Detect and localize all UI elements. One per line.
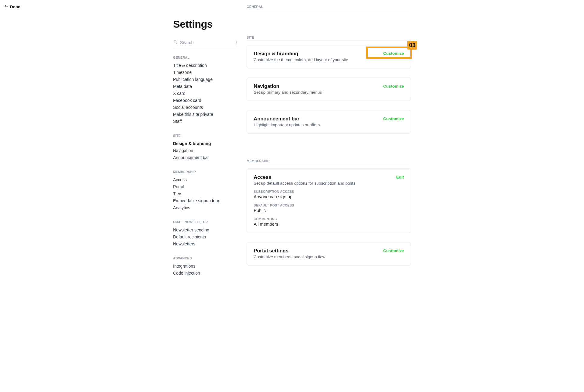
done-button[interactable]: Done bbox=[4, 4, 20, 9]
card-announcement-bar: Announcement bar Highlight important upd… bbox=[247, 110, 411, 134]
done-label: Done bbox=[10, 5, 20, 9]
field-value: Public bbox=[254, 208, 404, 213]
svg-line-2 bbox=[176, 43, 177, 44]
arrow-left-icon bbox=[4, 4, 8, 9]
card-navigation: Navigation Set up primary and secondary … bbox=[247, 78, 411, 101]
nav-analytics[interactable]: Analytics bbox=[173, 204, 237, 211]
nav-publication-language[interactable]: Publication language bbox=[173, 76, 237, 83]
nav-access[interactable]: Access bbox=[173, 176, 237, 183]
search-shortcut-hint: / bbox=[236, 40, 237, 45]
nav-heading: GENERAL bbox=[173, 56, 237, 59]
settings-main: GENERAL SITE Design & branding Customize… bbox=[247, 18, 411, 286]
search-input[interactable] bbox=[180, 40, 233, 45]
card-title: Design & branding bbox=[254, 51, 348, 57]
access-field: SUBSCRIPTION ACCESSAnyone can sign up bbox=[254, 190, 404, 199]
nav-heading: ADVANCED bbox=[173, 256, 237, 260]
card-design-branding: Design & branding Customize the theme, c… bbox=[247, 45, 411, 68]
annotation-number: 03 bbox=[407, 41, 417, 50]
customize-announcement-button[interactable]: Customize bbox=[383, 116, 404, 121]
card-desc: Customize members modal signup flow bbox=[254, 255, 325, 259]
nav-announcement-bar[interactable]: Announcement bar bbox=[173, 154, 237, 161]
nav-design-branding[interactable]: Design & branding bbox=[173, 140, 237, 147]
field-label: SUBSCRIPTION ACCESS bbox=[254, 190, 404, 193]
nav-meta-data[interactable]: Meta data bbox=[173, 83, 237, 90]
field-label: COMMENTING bbox=[254, 217, 404, 221]
nav-heading: EMAIL NEWSLETTER bbox=[173, 220, 237, 224]
card-title: Portal settings bbox=[254, 248, 325, 254]
nav-navigation[interactable]: Navigation bbox=[173, 147, 237, 154]
section-label-general: GENERAL bbox=[247, 5, 411, 10]
nav-newsletter-sending[interactable]: Newsletter sending bbox=[173, 226, 237, 233]
card-desc: Set up primary and secondary menus bbox=[254, 90, 322, 95]
nav-timezone[interactable]: Timezone bbox=[173, 69, 237, 76]
section-label-membership: MEMBERSHIP bbox=[247, 159, 411, 164]
nav-x-card[interactable]: X card bbox=[173, 90, 237, 97]
card-desc: Customize the theme, colors, and layout … bbox=[254, 57, 348, 62]
card-portal-settings: Portal settings Customize members modal … bbox=[247, 242, 411, 265]
section-label-site: SITE bbox=[247, 36, 411, 41]
nav-make-private[interactable]: Make this site private bbox=[173, 111, 237, 118]
page-title: Settings bbox=[173, 18, 237, 30]
card-desc: Set up default access options for subscr… bbox=[254, 181, 355, 186]
nav-portal[interactable]: Portal bbox=[173, 183, 237, 190]
nav-code-injection[interactable]: Code injection bbox=[173, 269, 237, 276]
customize-navigation-button[interactable]: Customize bbox=[383, 83, 404, 88]
access-field: COMMENTINGAll members bbox=[254, 217, 404, 227]
card-title: Access bbox=[254, 174, 355, 180]
nav-tiers[interactable]: Tiers bbox=[173, 190, 237, 197]
field-label: DEFAULT POST ACCESS bbox=[254, 203, 404, 207]
card-access: Access Set up default access options for… bbox=[247, 168, 411, 233]
field-value: Anyone can sign up bbox=[254, 194, 404, 199]
nav-facebook-card[interactable]: Facebook card bbox=[173, 97, 237, 104]
card-title: Navigation bbox=[254, 83, 322, 89]
settings-sidebar: Settings / GENERALTitle & descriptionTim… bbox=[173, 18, 237, 286]
nav-default-recipients[interactable]: Default recipients bbox=[173, 233, 237, 240]
nav-title-description[interactable]: Title & description bbox=[173, 62, 237, 69]
nav-embeddable-signup[interactable]: Embeddable signup form bbox=[173, 197, 237, 204]
search-icon bbox=[173, 40, 178, 45]
card-desc: Highlight important updates or offers bbox=[254, 123, 320, 127]
field-value: All members bbox=[254, 222, 404, 227]
customize-design-button[interactable]: Customize bbox=[383, 50, 404, 56]
nav-integrations[interactable]: Integrations bbox=[173, 262, 237, 269]
nav-heading: SITE bbox=[173, 134, 237, 137]
nav-staff[interactable]: Staff bbox=[173, 118, 237, 125]
customize-portal-button[interactable]: Customize bbox=[383, 248, 404, 253]
card-title: Announcement bar bbox=[254, 116, 320, 122]
nav-newsletters[interactable]: Newsletters bbox=[173, 240, 237, 247]
nav-social-accounts[interactable]: Social accounts bbox=[173, 104, 237, 111]
edit-access-button[interactable]: Edit bbox=[396, 174, 404, 179]
access-field: DEFAULT POST ACCESSPublic bbox=[254, 203, 404, 213]
nav-heading: MEMBERSHIP bbox=[173, 170, 237, 174]
search-field[interactable]: / bbox=[173, 39, 237, 47]
